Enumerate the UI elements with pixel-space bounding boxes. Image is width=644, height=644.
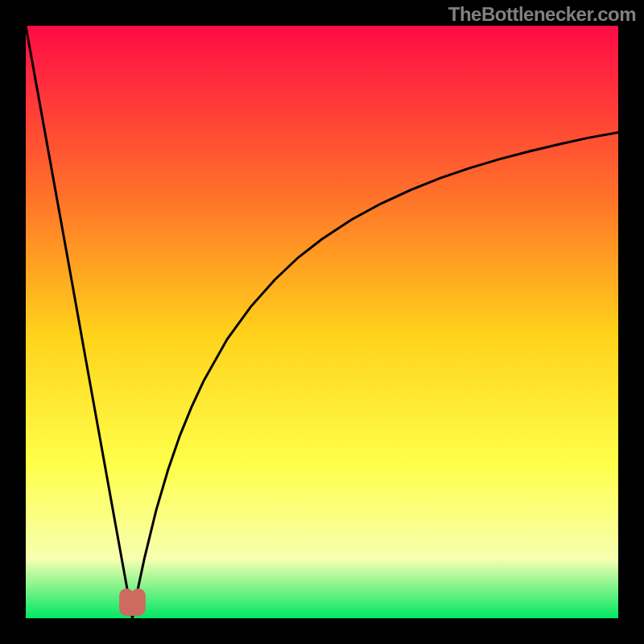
chart-plot-area	[26, 26, 618, 618]
watermark-label: TheBottlenecker.com	[448, 3, 636, 26]
highlight-blob	[126, 596, 138, 609]
bottleneck-chart	[26, 26, 618, 618]
gradient-background	[26, 26, 618, 618]
chart-frame: TheBottlenecker.com	[0, 0, 644, 644]
